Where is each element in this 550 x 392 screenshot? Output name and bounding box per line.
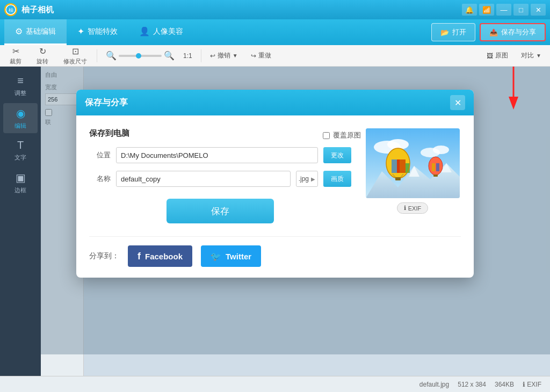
main-toolbar: ⚙ 基础编辑 ✦ 智能特效 👤 人像美容 📂 打开 📤 保存与分享: [0, 19, 550, 45]
quality-button[interactable]: 画质: [323, 171, 351, 187]
rotate-tool[interactable]: ↻ 旋转: [31, 45, 54, 67]
open-label: 打开: [452, 27, 466, 37]
name-input[interactable]: [116, 171, 291, 187]
beauty-icon: 👤: [139, 26, 150, 37]
toolbar-right: 📂 打开 📤 保存与分享: [431, 23, 546, 41]
resize-tool[interactable]: ⊡ 修改尺寸: [58, 45, 92, 67]
sec-right: 🖼 原图 对比 ▼: [482, 51, 546, 60]
minimize-btn[interactable]: —: [496, 4, 511, 16]
svg-rect-24: [433, 175, 438, 177]
original-action[interactable]: 🖼 原图: [482, 51, 512, 60]
resize-icon: ⊡: [72, 46, 79, 56]
sidebar-item-text[interactable]: T 文字: [3, 135, 38, 165]
status-exif[interactable]: ℹ EXIF: [523, 381, 541, 388]
share-section: 分享到： f Facebook 🐦 Twitter: [76, 237, 474, 278]
original-icon: 🖼: [487, 52, 493, 60]
undo-action[interactable]: ↩ 撤销 ▼: [206, 51, 242, 60]
facebook-button[interactable]: f Facebook: [128, 245, 192, 267]
app-logo: 柚: [4, 3, 17, 16]
rotate-icon: ↻: [39, 46, 46, 56]
twitter-label: Twitter: [226, 252, 251, 261]
tab-basic-label: 基础编辑: [26, 27, 56, 37]
edit-icon: ◉: [16, 107, 25, 120]
tab-basic[interactable]: ⚙ 基础编辑: [4, 19, 67, 45]
tab-beauty[interactable]: 👤 人像美容: [128, 19, 194, 45]
exif-status-label: EXIF: [527, 381, 541, 388]
content-area: 自由 宽度 联: [41, 67, 550, 376]
sidebar-label-adjust: 调整: [15, 89, 26, 97]
location-input[interactable]: [116, 147, 318, 163]
save-button[interactable]: 保存: [167, 199, 274, 223]
divider-1: [97, 49, 97, 62]
facebook-label: Facebook: [145, 252, 183, 261]
zoom-out-icon[interactable]: 🔍: [106, 50, 117, 61]
svg-rect-12: [397, 159, 400, 173]
info-status-icon: ℹ: [523, 381, 525, 388]
close-btn[interactable]: ✕: [531, 4, 546, 16]
compare-action[interactable]: 对比 ▼: [517, 51, 546, 60]
compare-label: 对比: [521, 51, 534, 60]
status-filesize: 364KB: [495, 381, 514, 388]
svg-rect-13: [392, 159, 397, 173]
svg-rect-17: [395, 177, 401, 180]
sidebar-item-edit[interactable]: ◉ 编辑: [3, 103, 38, 133]
titlebar-controls: 🔔 📶 — □ ✕: [462, 4, 546, 16]
secondary-toolbar: ✂ 裁剪 ↻ 旋转 ⊡ 修改尺寸 🔍 🔍 1:1 ↩ 撤销 ▼ ↪ 重做 🖼 原…: [0, 45, 550, 67]
cover-original-row: 覆盖原图: [323, 130, 361, 140]
save-share-label: 保存与分享: [501, 27, 536, 37]
info-icon: ℹ: [404, 205, 406, 212]
zoom-controls: 🔍 🔍: [106, 50, 175, 61]
dialog: 保存与分享 ✕ 保存到电脑 位置 更改: [76, 90, 474, 278]
sidebar-label-text: 文字: [15, 154, 26, 162]
cover-original-checkbox[interactable]: [323, 132, 330, 139]
undo-icon: ↩: [210, 52, 215, 60]
adjust-icon: ≡: [17, 75, 24, 87]
border-icon: ▣: [16, 171, 26, 184]
rotate-label: 旋转: [37, 57, 48, 66]
change-location-button[interactable]: 更改: [323, 147, 351, 163]
titlebar-left: 柚 柚子相机: [4, 3, 54, 16]
divider-2: [201, 49, 201, 62]
open-button[interactable]: 📂 打开: [431, 23, 475, 41]
crop-label: 裁剪: [10, 57, 21, 66]
dialog-close-button[interactable]: ✕: [450, 95, 465, 110]
save-share-button[interactable]: 📤 保存与分享: [480, 23, 546, 41]
svg-point-7: [433, 146, 449, 154]
name-label: 名称: [89, 174, 111, 184]
status-filename: default.jpg: [419, 381, 449, 388]
dialog-left: 保存到电脑 位置 更改 名称 .jpg: [89, 128, 351, 223]
smart-effect-icon: ✦: [77, 26, 84, 37]
zoom-slider[interactable]: [119, 55, 162, 57]
svg-rect-14: [400, 159, 406, 173]
exif-button[interactable]: ℹ EXIF: [397, 202, 428, 214]
status-dimensions: 512 x 384: [458, 381, 486, 388]
wifi-btn[interactable]: 📶: [479, 4, 494, 16]
sidebar-label-border: 边框: [15, 186, 26, 194]
svg-rect-21: [432, 163, 435, 171]
ext-selector[interactable]: .jpg ▶: [296, 171, 318, 187]
modal-overlay: 保存与分享 ✕ 保存到电脑 位置 更改: [41, 67, 550, 354]
twitter-button[interactable]: 🐦 Twitter: [201, 245, 261, 267]
sidebar-item-border[interactable]: ▣ 边框: [3, 168, 38, 198]
sidebar-item-adjust[interactable]: ≡ 调整: [3, 71, 38, 101]
notification-btn[interactable]: 🔔: [462, 4, 477, 16]
sidebar-label-edit: 编辑: [15, 122, 26, 130]
save-share-icon: 📤: [489, 28, 498, 37]
dialog-header: 保存与分享 ✕: [76, 90, 474, 115]
resize-label: 修改尺寸: [63, 57, 87, 66]
redo-action[interactable]: ↪ 重做: [247, 51, 276, 60]
crop-tool[interactable]: ✂ 裁剪: [4, 45, 27, 67]
redo-label: 重做: [258, 51, 271, 60]
left-sidebar: ≡ 调整 ◉ 编辑 T 文字 ▣ 边框: [0, 67, 41, 376]
zoom-in-icon[interactable]: 🔍: [164, 50, 175, 61]
tab-smart[interactable]: ✦ 智能特效: [67, 19, 128, 45]
dialog-body: 保存到电脑 位置 更改 名称 .jpg: [76, 115, 474, 236]
basic-edit-icon: ⚙: [15, 26, 23, 37]
share-label: 分享到：: [89, 251, 119, 261]
redo-icon: ↪: [251, 52, 256, 60]
maximize-btn[interactable]: □: [513, 4, 529, 16]
red-arrow-annotation: [476, 67, 519, 114]
app-title: 柚子相机: [21, 5, 54, 15]
name-row: 名称 .jpg ▶ 画质: [89, 171, 351, 187]
svg-text:柚: 柚: [9, 8, 13, 13]
